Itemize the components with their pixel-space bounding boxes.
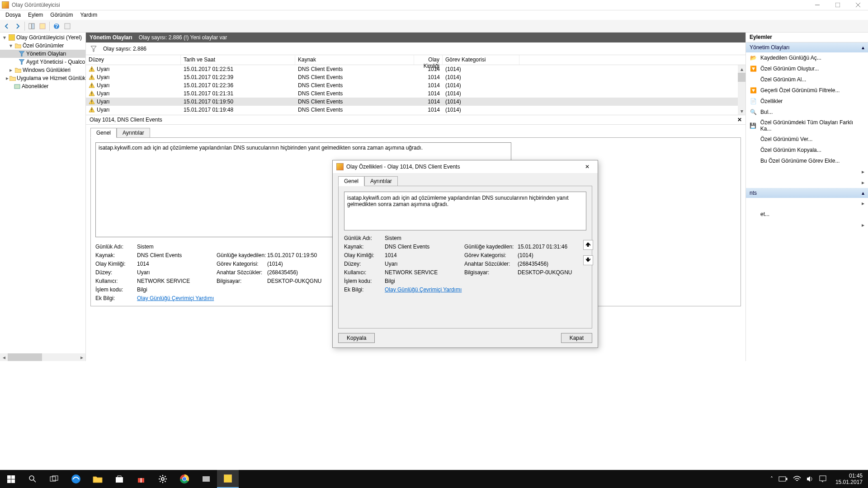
detail-close-icon[interactable]: ✕: [737, 117, 742, 123]
tab-details[interactable]: Ayrıntılar: [117, 128, 150, 138]
edge-icon[interactable]: [65, 470, 87, 488]
table-row[interactable]: Uyarı15.01.2017 01:19:48DNS Client Event…: [86, 106, 745, 114]
svg-rect-23: [7, 479, 11, 483]
table-row[interactable]: Uyarı15.01.2017 01:22:36DNS Client Event…: [86, 81, 745, 89]
actions-group-2[interactable]: nts▴: [746, 188, 868, 198]
col-level[interactable]: Düzey: [86, 55, 181, 65]
dialog-titlebar[interactable]: Olay Özellikleri - Olay 1014, DNS Client…: [333, 160, 598, 173]
tab-general[interactable]: Genel: [90, 128, 117, 138]
grid-vscrollbar[interactable]: ▴▾: [738, 65, 745, 115]
tree-admin-events[interactable]: Yönetim Olayları: [0, 50, 85, 58]
action-item[interactable]: 🔽Geçerli Özel Görünümü Filtrele...: [746, 85, 868, 96]
settings-icon[interactable]: [152, 470, 174, 488]
tree-pane: ▾ Olay Görüntüleyicisi (Yerel) ▾ Özel Gö…: [0, 33, 86, 361]
col-id[interactable]: Olay Kimliği: [414, 55, 443, 65]
col-task[interactable]: Görev Kategorisi: [443, 55, 519, 65]
action-item[interactable]: Özel Görünüm Al...: [746, 74, 868, 85]
action-overflow-4[interactable]: et...: [746, 209, 868, 220]
dialog-close-button-2[interactable]: Kapat: [561, 333, 592, 343]
action-item[interactable]: 🔍Bul...: [746, 107, 868, 117]
dialog-tab-details[interactable]: Ayrıntılar: [364, 176, 398, 186]
col-source[interactable]: Kaynak: [295, 55, 414, 65]
action-item[interactable]: Özel Görünüm Kopyala...: [746, 145, 868, 155]
chrome-icon[interactable]: [174, 470, 195, 488]
tray-wifi-icon[interactable]: [793, 476, 801, 482]
dialog-help-link[interactable]: Olay Günlüğü Çevrimiçi Yardımı: [385, 286, 462, 293]
tree-subscriptions[interactable]: Abonelikler: [0, 82, 85, 90]
tray-battery-icon[interactable]: [778, 476, 788, 482]
tree-windows-logs[interactable]: ▸ Windows Günlükleri: [0, 66, 85, 74]
eventviewer-taskbar-icon[interactable]: [217, 470, 239, 488]
start-button[interactable]: [0, 470, 22, 488]
app-icon: [2, 1, 9, 9]
view-header-count: Olay sayısı: 2.886 (!) Yeni olaylar var: [139, 34, 227, 41]
dialog-icon: [336, 163, 344, 170]
dialog-tab-general[interactable]: Genel: [338, 176, 364, 186]
minimize-button[interactable]: [807, 0, 827, 10]
window-title: Olay Görüntüleyicisi: [12, 2, 807, 8]
dialog-copy-button[interactable]: Kopyala: [338, 333, 375, 343]
menu-yardim[interactable]: Yardım: [76, 10, 101, 20]
tray-chevron-icon[interactable]: ˄: [770, 476, 773, 482]
action-item[interactable]: Bu Özel Görünüme Görev Ekle...: [746, 155, 868, 166]
table-row[interactable]: Uyarı15.01.2017 01:22:39DNS Client Event…: [86, 73, 745, 81]
properties-button[interactable]: [38, 21, 47, 31]
table-row[interactable]: Uyarı15.01.2017 01:22:51DNS Client Event…: [86, 65, 745, 73]
svg-rect-13: [91, 84, 92, 86]
detail-header: Olay 1014, DNS Client Events ✕: [86, 115, 745, 125]
extra-button[interactable]: [62, 21, 72, 31]
tree-admin-label: Yönetim Olayları: [26, 51, 66, 57]
menu-dosya[interactable]: Dosya: [2, 10, 24, 20]
lbl-eventid: Olay Kimliği:: [95, 261, 137, 267]
tree-app-service[interactable]: ▸ Uygulama ve Hizmet Günlük: [0, 74, 85, 82]
tree-custom-views[interactable]: ▾ Özel Görünümler: [0, 42, 85, 50]
tree-root[interactable]: ▾ Olay Görüntüleyicisi (Yerel): [0, 33, 85, 42]
col-date[interactable]: Tarih ve Saat: [181, 55, 295, 65]
gift-icon[interactable]: [130, 470, 152, 488]
tree-qualco[interactable]: Aygıt Yöneticisi - Qualco: [0, 58, 85, 66]
dialog-close-button[interactable]: ✕: [580, 164, 594, 170]
val-user: NETWORK SERVICE: [137, 278, 217, 284]
table-row[interactable]: Uyarı15.01.2017 01:21:31DNS Client Event…: [86, 89, 745, 98]
grid-header[interactable]: Düzey Tarih ve Saat Kaynak Olay Kimliği …: [86, 55, 745, 65]
action-overflow-2[interactable]: [746, 177, 868, 188]
lbl-keywords: Anahtar Sözcükler:: [217, 269, 267, 276]
action-overflow-3[interactable]: [746, 198, 868, 209]
action-item[interactable]: 💾Özel Görünümdeki Tüm Olayları Farklı Ka…: [746, 117, 868, 134]
filter-icon: [18, 58, 25, 66]
action-item[interactable]: 🔽Özel Görünüm Oluştur...: [746, 63, 868, 74]
tree-hscrollbar[interactable]: ◂▸: [0, 353, 85, 361]
dialog-message[interactable]: isatap.kykwifi.com adı için ad çözümleme…: [344, 192, 586, 230]
forward-button[interactable]: [13, 21, 23, 31]
action-item[interactable]: 📂Kaydedilen Günlüğü Aç...: [746, 52, 868, 63]
taskbar[interactable]: ˄ 01:45 15.01.2017: [0, 470, 868, 488]
help-button[interactable]: ?: [52, 21, 61, 31]
close-button[interactable]: [848, 0, 868, 10]
task-view-button[interactable]: [43, 470, 65, 488]
search-button[interactable]: [22, 470, 43, 488]
tray-volume-icon[interactable]: [807, 476, 814, 482]
dialog-prev-button[interactable]: 🡹: [583, 240, 593, 250]
dialog-next-button[interactable]: 🡻: [583, 255, 593, 265]
detail-help-link[interactable]: Olay Günlüğü Çevrimiçi Yardımı: [137, 295, 214, 301]
menu-gorunum[interactable]: Görünüm: [47, 10, 76, 20]
app-icon-1[interactable]: [195, 470, 217, 488]
action-overflow-5[interactable]: [746, 220, 868, 230]
maximize-button[interactable]: [827, 0, 848, 10]
action-icon: [750, 157, 757, 164]
action-item[interactable]: 📄Özellikler: [746, 96, 868, 107]
filter-icon[interactable]: [90, 46, 97, 52]
back-button[interactable]: [2, 21, 12, 31]
explorer-icon[interactable]: [87, 470, 108, 488]
table-row[interactable]: Uyarı15.01.2017 01:19:50DNS Client Event…: [86, 98, 745, 106]
tray-clock[interactable]: 01:45 15.01.2017: [832, 473, 866, 485]
tree-appsvc-label: Uygulama ve Hizmet Günlük: [17, 75, 85, 81]
store-icon[interactable]: [108, 470, 130, 488]
action-overflow-1[interactable]: [746, 166, 868, 177]
show-tree-button[interactable]: [27, 21, 37, 31]
actions-group-1[interactable]: Yönetim Olayları▴: [746, 42, 868, 52]
tray-notifications-icon[interactable]: [819, 475, 826, 483]
action-item[interactable]: Özel Görünümü Ver...: [746, 134, 868, 145]
menu-eylem[interactable]: Eylem: [24, 10, 47, 20]
action-icon: 🔽: [750, 65, 757, 72]
